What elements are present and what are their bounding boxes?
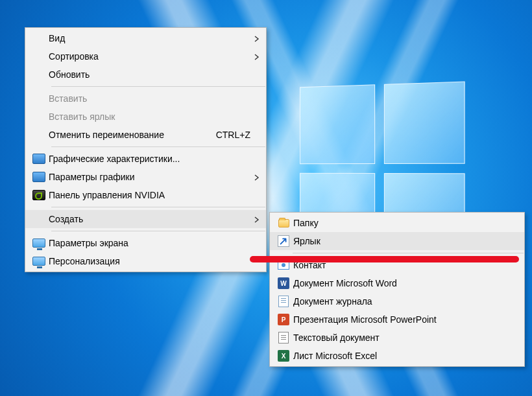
menu-item-label: Лист Microsoft Excel (293, 351, 518, 361)
menu-item-label: Документ Microsoft Word (293, 278, 518, 288)
intel-graphics-icon (29, 154, 49, 164)
menu-separator (51, 86, 265, 87)
excel-icon: X (274, 350, 293, 362)
chevron-right-icon (250, 33, 260, 43)
desktop-context-menu: Вид Сортировка Обновить Вставить Вставит… (25, 27, 267, 272)
menu-item-sort[interactable]: Сортировка (25, 47, 266, 65)
submenu-item-powerpoint[interactable]: P Презентация Microsoft PowerPoint (270, 310, 524, 329)
menu-item-intel-graphics[interactable]: Графические характеристики... (25, 150, 266, 168)
submenu-item-excel[interactable]: X Лист Microsoft Excel (270, 347, 524, 365)
submenu-item-folder[interactable]: Папку (270, 214, 524, 232)
menu-separator (51, 207, 265, 207)
menu-item-label: Обновить (49, 69, 250, 80)
menu-item-label: Параметры графики (49, 172, 250, 182)
menu-item-display-settings[interactable]: Параметры экрана (25, 234, 266, 252)
menu-item-label: Вид (49, 33, 250, 43)
journal-icon (274, 296, 293, 307)
menu-item-paste-shortcut: Вставить ярлык (25, 108, 266, 126)
menu-item-label: Вставить ярлык (49, 111, 250, 122)
chevron-right-icon (250, 172, 260, 182)
menu-item-label: Сортировка (49, 51, 250, 62)
menu-separator (51, 231, 265, 231)
chevron-right-icon (250, 51, 260, 62)
menu-separator (51, 146, 265, 147)
menu-shortcut: CTRL+Z (216, 130, 250, 140)
folder-icon (274, 219, 293, 227)
menu-item-label: Презентация Microsoft PowerPoint (293, 314, 518, 325)
chevron-right-icon (250, 214, 260, 224)
menu-item-undo-rename[interactable]: Отменить переименование CTRL+Z (25, 126, 266, 144)
text-file-icon (274, 332, 293, 344)
powerpoint-icon: P (274, 314, 293, 325)
submenu-item-shortcut[interactable]: Ярлык (270, 232, 524, 250)
menu-item-new[interactable]: Создать (25, 210, 266, 228)
menu-item-label: Документ журнала (293, 296, 518, 307)
menu-item-label: Вставить (49, 93, 250, 104)
submenu-item-word[interactable]: W Документ Microsoft Word (270, 274, 524, 292)
menu-item-nvidia[interactable]: Панель управления NVIDIA (25, 186, 266, 204)
menu-item-label: Параметры экрана (49, 238, 250, 248)
menu-item-label: Ярлык (293, 236, 518, 246)
menu-item-label: Графические характеристики... (49, 154, 250, 164)
menu-item-view[interactable]: Вид (25, 29, 266, 47)
menu-item-paste: Вставить (25, 89, 266, 108)
monitor-icon (29, 257, 49, 266)
menu-item-label: Персонализация (49, 256, 250, 266)
word-icon: W (274, 277, 293, 289)
new-submenu: Папку Ярлык Контакт W Документ Microsoft… (269, 212, 525, 367)
menu-item-label: Текстовый документ (293, 332, 518, 343)
menu-item-label: Создать (49, 214, 250, 224)
menu-item-personalize[interactable]: Персонализация (25, 252, 266, 270)
menu-item-label: Папку (293, 218, 518, 228)
submenu-item-journal[interactable]: Документ журнала (270, 292, 524, 310)
menu-separator (293, 253, 524, 253)
menu-item-refresh[interactable]: Обновить (25, 65, 266, 84)
menu-item-intel-options[interactable]: Параметры графики (25, 168, 266, 186)
shortcut-icon (274, 235, 293, 247)
red-highlight-annotation (250, 256, 519, 262)
monitor-icon (29, 239, 49, 248)
submenu-item-text[interactable]: Текстовый документ (270, 329, 524, 347)
intel-graphics-icon (29, 172, 49, 182)
menu-item-label: Панель управления NVIDIA (49, 190, 250, 200)
nvidia-icon (29, 190, 49, 200)
menu-item-label: Отменить переименование (49, 130, 203, 140)
